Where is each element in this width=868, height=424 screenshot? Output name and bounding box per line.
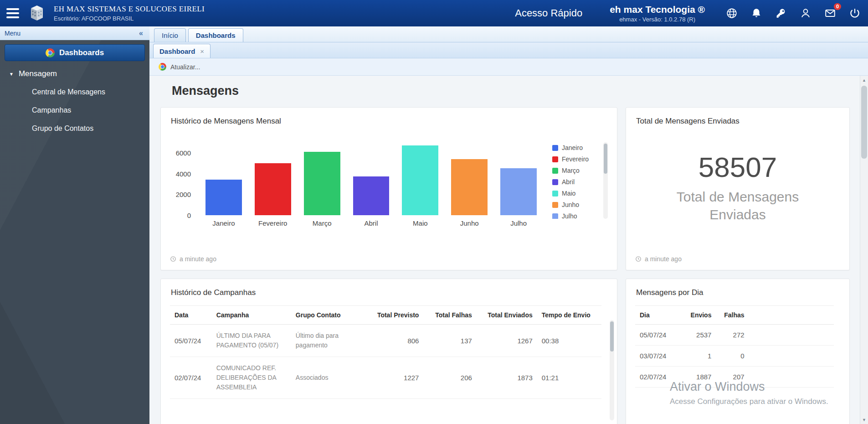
legend-swatch bbox=[552, 156, 558, 162]
brand-version: ehmax - Versão: 1.0.2.78 (R) bbox=[610, 16, 705, 23]
table-cell-pad bbox=[749, 367, 834, 388]
x-axis-label: Maio bbox=[395, 219, 445, 227]
tab-label: Dashboard bbox=[159, 47, 195, 55]
y-axis-label: 2000 bbox=[176, 191, 191, 198]
tree-node-label: Mensagem bbox=[19, 69, 57, 78]
table-cell: Associados bbox=[291, 357, 363, 399]
key-icon[interactable] bbox=[774, 6, 788, 20]
legend-item-julho[interactable]: Julho bbox=[552, 212, 601, 219]
column-header-tempo-de-envio: Tempo de Envio bbox=[537, 306, 601, 325]
table-cell: 1 bbox=[680, 346, 716, 367]
tab-inicio[interactable]: Início bbox=[154, 28, 186, 42]
legend-item-maio[interactable]: Maio bbox=[552, 190, 601, 197]
clock-icon bbox=[635, 256, 642, 262]
tab-dashboard[interactable]: Dashboard × bbox=[153, 44, 211, 58]
table-cell: 01:21 bbox=[537, 357, 601, 399]
legend-label: Março bbox=[562, 167, 580, 174]
column-header-envios: Envios bbox=[680, 306, 716, 325]
table-row[interactable]: 05/07/24ÚLTIMO DIA PARA PAGAMENTO (05/07… bbox=[170, 325, 601, 357]
toolbar: Atualizar... bbox=[149, 58, 868, 76]
clock-icon bbox=[170, 256, 176, 262]
dashboards-icon bbox=[46, 48, 55, 57]
sidebar-item-central-de-mensagens[interactable]: Central de Mensagens bbox=[0, 83, 149, 101]
bar-slot bbox=[395, 142, 445, 215]
refresh-icon bbox=[159, 63, 166, 71]
tab-dashboards[interactable]: Dashboards bbox=[188, 28, 243, 42]
hamburger-menu-icon[interactable] bbox=[5, 4, 20, 22]
campaigns-scrollbar[interactable] bbox=[610, 320, 614, 420]
close-tab-icon[interactable]: × bbox=[200, 47, 204, 55]
legend-label: Fevereiro bbox=[562, 155, 589, 163]
campaigns-card-title: Histórico de Campanhas bbox=[171, 288, 608, 297]
table-cell-pad bbox=[749, 346, 834, 367]
sidebar: Menu « Dashboards ▼ Mensagem Central de … bbox=[0, 26, 149, 424]
campaigns-table-body: 05/07/24ÚLTIMO DIA PARA PAGAMENTO (05/07… bbox=[170, 325, 601, 399]
tab-label: Dashboards bbox=[196, 31, 236, 39]
legend-label: Maio bbox=[562, 190, 575, 197]
x-axis-label: Março bbox=[298, 219, 347, 227]
brand-name: eh max Tecnologia ® bbox=[610, 4, 705, 15]
table-cell: ÚLTIMO DIA PARA PAGAMENTO (05/07) bbox=[212, 325, 291, 357]
table-cell: 1227 bbox=[363, 357, 424, 399]
table-cell: 05/07/24 bbox=[635, 325, 680, 346]
main-panel: Início Dashboards Dashboard × Atualizar.… bbox=[149, 26, 868, 424]
table-row[interactable]: 03/07/2410 bbox=[635, 346, 834, 367]
sidebar-tree: ▼ Mensagem Central de MensagensCampanhas… bbox=[0, 65, 149, 138]
bar-slot bbox=[494, 142, 543, 215]
sidebar-item-campanhas[interactable]: Campanhas bbox=[0, 101, 149, 119]
table-row[interactable]: 02/07/24COMUNICADO REF. DELIBERAÇÕES DA … bbox=[170, 357, 601, 399]
chart-card-title: Histórico de Mensagens Mensal bbox=[171, 117, 608, 126]
bar-slot bbox=[298, 142, 347, 215]
bar-marco bbox=[304, 152, 340, 215]
x-axis-label: Janeiro bbox=[199, 219, 248, 227]
refresh-button[interactable]: Atualizar... bbox=[156, 62, 203, 71]
power-icon[interactable] bbox=[848, 6, 862, 20]
y-axis-label: 4000 bbox=[176, 170, 191, 177]
scroll-up-icon[interactable]: ▲ bbox=[860, 76, 868, 84]
legend-item-janeiro[interactable]: Janeiro bbox=[552, 144, 601, 151]
dashboard-content: Mensagens Histórico de Mensagens Mensal … bbox=[149, 76, 868, 424]
table-cell: Último dia para pagamento bbox=[291, 325, 363, 357]
scrollbar-thumb[interactable] bbox=[861, 86, 867, 159]
campaigns-scrollbar-thumb[interactable] bbox=[610, 321, 614, 352]
daily-messages-card: Mensagens por Dia DiaEnviosFalhas 05/07/… bbox=[626, 279, 850, 424]
vertical-scrollbar[interactable]: ▲ ▼ bbox=[860, 76, 868, 424]
tree-node-mensagem[interactable]: ▼ Mensagem bbox=[0, 65, 149, 83]
table-row[interactable]: 05/07/242537272 bbox=[635, 325, 834, 346]
daily-table-header: DiaEnviosFalhas bbox=[635, 306, 834, 325]
notifications-bell-icon[interactable] bbox=[750, 6, 763, 20]
total-messages-card: Total de Mensagens Enviadas 58507 Total … bbox=[626, 107, 850, 270]
chart-scrollbar-thumb[interactable] bbox=[604, 144, 607, 174]
chart-legend: JaneiroFevereiroMarçoAbrilMaioJunhoJulho bbox=[552, 142, 601, 219]
mail-icon[interactable]: 0 bbox=[823, 6, 837, 20]
table-cell: 206 bbox=[423, 357, 476, 399]
table-cell: 137 bbox=[423, 325, 476, 357]
collapse-sidebar-button[interactable]: « bbox=[136, 29, 146, 37]
scroll-down-icon[interactable]: ▼ bbox=[860, 416, 868, 424]
dashboards-button[interactable]: Dashboards bbox=[5, 44, 145, 61]
legend-item-abril[interactable]: Abril bbox=[552, 178, 601, 186]
chart-scrollbar[interactable] bbox=[603, 142, 608, 219]
table-cell: 207 bbox=[716, 367, 749, 388]
user-icon[interactable] bbox=[799, 6, 812, 20]
sidebar-item-grupo-de-contatos[interactable]: Grupo de Contatos bbox=[0, 119, 149, 138]
document-tab-strip: Dashboard × bbox=[149, 42, 868, 58]
column-header-grupo-contato: Grupo Contato bbox=[291, 306, 363, 325]
table-cell: 02/07/24 bbox=[170, 357, 212, 399]
globe-icon[interactable] bbox=[725, 6, 739, 20]
total-caption: Total de Mensagens Enviadas bbox=[663, 188, 813, 223]
legend-item-fevereiro[interactable]: Fevereiro bbox=[552, 155, 601, 163]
legend-item-marco[interactable]: Março bbox=[552, 167, 601, 174]
last-updated-text: a minute ago bbox=[180, 255, 216, 263]
daily-table-body: 05/07/24253727203/07/241002/07/241887207 bbox=[635, 325, 834, 388]
chevron-down-icon: ▼ bbox=[9, 72, 14, 77]
bar-julho bbox=[500, 168, 537, 215]
table-cell: 806 bbox=[363, 325, 424, 357]
total-kpi: 58507 Total de Mensagens Enviadas bbox=[635, 153, 840, 223]
total-card-title: Total de Mensagens Enviadas bbox=[636, 117, 840, 126]
y-axis-label: 0 bbox=[187, 212, 191, 219]
legend-label: Junho bbox=[562, 201, 579, 208]
legend-item-junho[interactable]: Junho bbox=[552, 201, 601, 208]
table-row[interactable]: 02/07/241887207 bbox=[635, 367, 834, 388]
total-value: 58507 bbox=[699, 153, 777, 181]
